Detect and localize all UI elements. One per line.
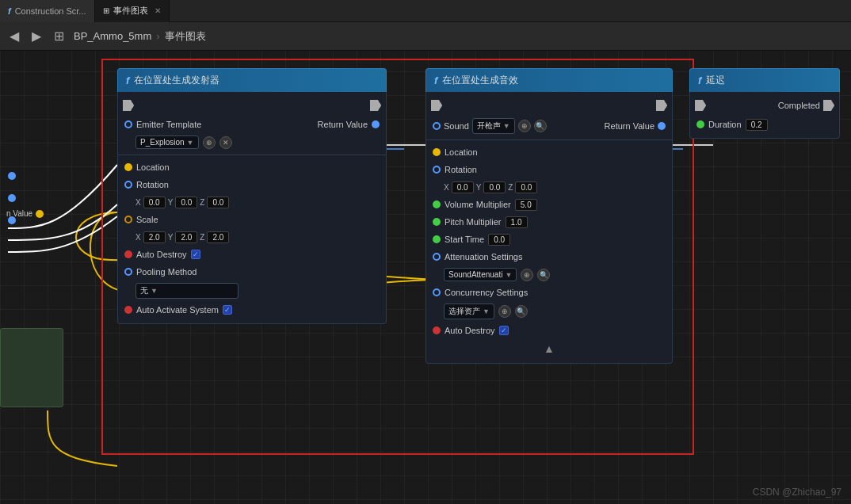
tab-grid-icon: ⊞ (103, 6, 109, 15)
scale-pin-1[interactable] (124, 216, 132, 223)
start-time-pin[interactable] (433, 235, 441, 243)
exec-out-pin-2[interactable] (656, 100, 667, 111)
attenuation-dropdown[interactable]: SoundAttenuati ▼ (444, 268, 517, 281)
home-button[interactable]: ⊞ (51, 27, 67, 45)
pooling-dropdown[interactable]: 无 ▼ (135, 283, 239, 299)
start-time-label: Start Time (445, 235, 484, 244)
rotation-label-2: Rotation (445, 165, 477, 174)
func-icon-1: f (126, 74, 129, 86)
attenuation-search-btn[interactable]: 🔍 (537, 269, 550, 281)
location-pin-1[interactable] (124, 163, 132, 171)
location-label-2: Location (445, 147, 478, 157)
sound-row: Sound 开枪声 ▼ ⊕ 🔍 Return Value (426, 116, 672, 136)
exec-in-pin[interactable] (123, 100, 134, 111)
auto-destroy-pin-1[interactable] (124, 250, 132, 258)
tab-event-graph[interactable]: ⊞ 事件图表 ✕ (95, 0, 170, 22)
tab-construction[interactable]: f Construction Scr... (0, 0, 95, 22)
rotation-pin-1[interactable] (124, 181, 132, 189)
volume-row: Volume Multiplier 5.0 (426, 196, 672, 213)
scale-row-1: Scale (118, 211, 386, 228)
duration-pin[interactable] (696, 120, 704, 128)
node-spawn-sound-header: f 在位置处生成音效 (426, 68, 673, 92)
rotation-pin-2[interactable] (433, 166, 441, 174)
return-value-label-2: Return Value (605, 121, 654, 131)
back-button[interactable]: ◀ (6, 27, 22, 45)
node-spawn-sound: f 在位置处生成音效 Sound 开枪声 ▼ ⊕ 🔍 Return Value (426, 68, 673, 364)
rotation-y-2[interactable]: 0.0 (483, 181, 506, 193)
return-pin-1[interactable] (372, 120, 380, 128)
node-delay-body: Completed Duration 0.2 (689, 92, 840, 139)
concurrency-pin[interactable] (433, 288, 441, 296)
collapse-arrow[interactable]: ▲ (544, 342, 555, 355)
rotation-xyz-row-1: X 0.0 Y 0.0 Z 0.0 (118, 193, 386, 211)
pitch-value[interactable]: 1.0 (506, 216, 528, 228)
return-value-label-1: Return Value (318, 120, 368, 129)
emitter-clear-btn[interactable]: ✕ (219, 136, 232, 149)
auto-activate-pin[interactable] (124, 306, 132, 314)
auto-destroy-check-1[interactable]: ✓ (191, 250, 200, 259)
duration-value[interactable]: 0.2 (746, 119, 768, 131)
pitch-pin[interactable] (433, 218, 441, 226)
concurrency-row: Concurrency Settings (426, 284, 672, 301)
scale-label-1: Scale (136, 215, 158, 224)
watermark: CSDN @Zhichao_97 (753, 487, 841, 498)
emitter-dropdown[interactable]: P_Explosion ▼ (135, 136, 199, 149)
rotation-z-1[interactable]: 0.0 (207, 197, 229, 208)
breadcrumb-item-2[interactable]: 事件图表 (165, 29, 206, 44)
pitch-row: Pitch Multiplier 1.0 (426, 213, 672, 231)
rotation-y-1[interactable]: 0.0 (175, 197, 197, 208)
attenuation-add-btn[interactable]: ⊕ (521, 269, 533, 281)
completed-row: Completed (778, 100, 834, 111)
scale-x[interactable]: 2.0 (143, 231, 166, 243)
location-row-1: Location (118, 158, 386, 176)
collapse-row: ▲ (426, 339, 672, 358)
duration-label: Duration (708, 120, 742, 129)
forward-button[interactable]: ▶ (29, 27, 44, 45)
rotation-z-2[interactable]: 0.0 (515, 181, 537, 193)
rotation-x-2[interactable]: 0.0 (452, 181, 474, 193)
return-pin-2[interactable] (658, 122, 666, 130)
rotation-x-1[interactable]: 0.0 (143, 197, 166, 208)
attenuation-row: Attenuation Settings (426, 248, 672, 265)
start-time-value[interactable]: 0.0 (488, 234, 510, 246)
emitter-search-btn[interactable]: ⊕ (203, 136, 216, 149)
auto-activate-check[interactable]: ✓ (223, 305, 232, 315)
attenuation-dropdown-row: SoundAttenuati ▼ ⊕ 🔍 (426, 265, 672, 284)
volume-value[interactable]: 5.0 (515, 199, 537, 211)
rotation-label-1: Rotation (136, 180, 169, 189)
exec-row-3: Completed (690, 97, 839, 114)
concurrency-value: 选择资产 (448, 306, 480, 317)
attenuation-pin[interactable] (433, 253, 441, 261)
auto-destroy-check-2[interactable]: ✓ (499, 326, 509, 335)
exec-in-pin-2[interactable] (431, 100, 442, 111)
emitter-pin[interactable] (124, 120, 132, 128)
exec-in-pin-3[interactable] (695, 100, 706, 111)
func-icon-2: f (434, 74, 437, 86)
pooling-pin[interactable] (124, 268, 132, 276)
auto-destroy-pin-2[interactable] (433, 326, 441, 334)
breadcrumb-item-1[interactable]: BP_Ammo_5mm (74, 30, 151, 42)
auto-destroy-label-1: Auto Destroy (136, 250, 187, 259)
start-time-row: Start Time 0.0 (426, 231, 672, 248)
concurrency-search-btn[interactable]: 🔍 (515, 305, 528, 318)
tab-close-icon[interactable]: ✕ (155, 6, 161, 15)
emitter-template-row: Emitter Template Return Value (118, 116, 386, 133)
sound-add-btn[interactable]: ⊕ (518, 120, 531, 132)
scale-xyz-row: X 2.0 Y 2.0 Z 2.0 (118, 228, 386, 246)
sound-arrow: ▼ (503, 122, 510, 130)
blueprint-canvas[interactable]: n Value f 在位置处生成发射器 Emitter Template Ret… (0, 51, 851, 504)
emitter-dropdown-row: P_Explosion ▼ ⊕ ✕ (118, 133, 386, 151)
sound-dropdown[interactable]: 开枪声 ▼ (472, 118, 515, 134)
sound-pin[interactable] (433, 122, 441, 130)
exec-out-pin[interactable] (370, 100, 381, 111)
location-pin-2[interactable] (433, 148, 441, 156)
emitter-label: Emitter Template (136, 120, 201, 129)
concurrency-add-btn[interactable]: ⊕ (498, 305, 511, 318)
volume-pin[interactable] (433, 200, 441, 208)
concurrency-dropdown[interactable]: 选择资产 ▼ (444, 304, 494, 319)
exec-out-pin-3[interactable] (823, 100, 834, 111)
scale-z[interactable]: 2.0 (207, 231, 229, 243)
tab-icon: f (8, 6, 11, 16)
sound-search-btn[interactable]: 🔍 (534, 120, 547, 132)
scale-y[interactable]: 2.0 (175, 231, 197, 243)
